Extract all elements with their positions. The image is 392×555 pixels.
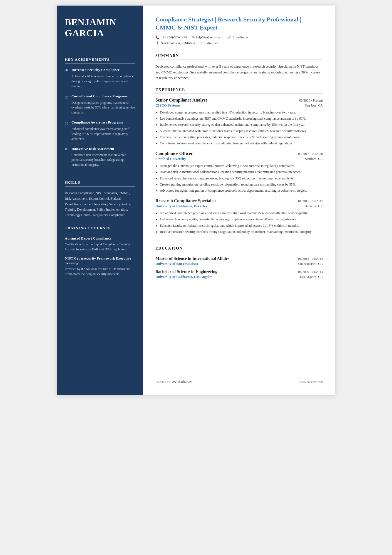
achievement-header-2: ◎ Cost-efficient Compliance Programs: [65, 94, 135, 99]
phone-contact: 📞 +1-(234)-555-1234: [155, 35, 187, 40]
job-1-location: San Jose, CA: [305, 103, 323, 108]
linkedin-text: linkedin.com: [233, 35, 250, 40]
achievement-item-4: ♥ Innovative Risk Assessment Conducted r…: [65, 147, 135, 167]
email-text: help@enhancv.com: [196, 35, 222, 40]
training-item-2: NIST Cybersecurity Framework Executive T…: [65, 256, 135, 277]
job-2: Compliance Officer 03/2017 - 05/2020 Sta…: [155, 151, 323, 198]
job-3-bullet-4: Resolved research security conflicts thr…: [160, 229, 323, 235]
achievement-header-3: ◎ Compliance Awareness Programs: [65, 120, 135, 125]
email-contact: ✉ help@enhancv.com: [192, 35, 222, 40]
training-desc-1: Certification from the Export Compliance…: [65, 242, 135, 252]
achievement-desc-1: Achieved a 40% increase in security comp…: [65, 74, 135, 89]
achievements-section-title: KEY ACHIEVEMENTS: [65, 57, 135, 62]
website-text: www.enhancv.com: [300, 380, 323, 383]
training-section-title: TRAINING / COURSES: [65, 226, 135, 230]
achievement-item-3: ◎ Compliance Awareness Programs Enhanced…: [65, 120, 135, 141]
job-2-bullet-2: Assessed risk in international collabora…: [160, 169, 323, 175]
job-2-bullet-1: Managed the University's export control …: [160, 163, 323, 169]
job-2-company: Stanford University: [155, 157, 186, 161]
training-title-2: NIST Cybersecurity Framework Executive T…: [65, 256, 135, 266]
main-content: Compliance Strategist | Research Securit…: [143, 6, 335, 395]
edu-2-school: University of California, Los Angeles: [155, 275, 212, 279]
edu-1-degree: Master of Science in International Affai…: [155, 256, 229, 261]
edu-2-location: Los Angeles, CA: [300, 275, 323, 279]
achievement-desc-2: Designed compliance programs that reduce…: [65, 100, 135, 115]
edu-1-subrow: University of San Francisco San Francisc…: [155, 262, 323, 266]
heart-icon: ♥: [65, 147, 69, 152]
job-3-bullet-1: Streamlined compliance processes, reduci…: [160, 211, 323, 216]
job-3-location: Berkeley, CA: [305, 204, 323, 208]
brand-name: Enhancv: [178, 379, 192, 384]
edu-1-location: San Francisco, CA: [298, 262, 323, 266]
education-section-title: EDUCATION: [155, 246, 323, 251]
job-1-bullet-5: Oversaw incident reporting processes, re…: [160, 135, 323, 140]
linkedin-contact: 🔗 linkedin.com: [227, 35, 250, 40]
extra-text: Extra Field: [204, 41, 219, 45]
candidate-name: BENJAMINGARCIA: [65, 17, 135, 38]
training-desc-2: Provided by the National Institute of St…: [65, 267, 135, 277]
circle-icon-1: ◎: [65, 95, 69, 99]
training-title-1: Advanced Export Compliance: [65, 236, 135, 241]
education-divider: [155, 252, 323, 252]
training-divider: [65, 232, 135, 232]
job-1-company: CISCO Systems: [155, 103, 180, 108]
extra-contact: ☆ Extra Field: [200, 41, 219, 45]
contact-row-2: 📍 San Francisco, California ☆ Extra Fiel…: [155, 41, 323, 45]
job-3-subrow: University of California, Berkeley Berke…: [155, 204, 323, 208]
job-2-subrow: Stanford University Stanford, CA: [155, 157, 323, 161]
job-2-bullets: Managed the University's export control …: [160, 163, 323, 193]
achievement-desc-4: Conducted risk assessments that prevente…: [65, 153, 135, 167]
skills-text: Research Compliance, NIST Standards, CMM…: [65, 191, 135, 218]
job-1-header: Senior Compliance Analyst 06/2020 - Pres…: [155, 98, 323, 103]
footer: Powered by Enhancv www.enhancv.com: [155, 371, 323, 384]
flag-icon: ⚑: [65, 68, 69, 73]
achievements-divider: [65, 63, 135, 64]
powered-by-text: Powered by: [155, 380, 170, 383]
achievement-header-1: ⚑ Increased Security Compliance: [65, 68, 135, 73]
achievement-title-4: Innovative Risk Assessment: [71, 147, 114, 151]
job-1-bullet-2: Led comprehensive trainings on NIST and …: [160, 116, 323, 121]
job-2-header: Compliance Officer 03/2017 - 05/2020: [155, 151, 323, 156]
contact-row: 📞 +1-(234)-555-1234 ✉ help@enhancv.com 🔗…: [155, 35, 323, 40]
experience-section-title: EXPERIENCE: [155, 88, 323, 92]
job-2-title: Compliance Officer: [155, 151, 193, 156]
job-2-date: 03/2017 - 05/2020: [298, 152, 323, 156]
experience-divider: [155, 93, 323, 94]
achievement-title-2: Cost-efficient Compliance Programs: [71, 94, 128, 99]
edu-2-degree: Bachelor of Science in Engineering: [155, 269, 217, 274]
circle-icon-2: ◎: [65, 121, 69, 125]
star-icon: ☆: [200, 41, 203, 45]
job-3-date: 01/2015 - 02/2017: [298, 199, 323, 203]
job-3-bullets: Streamlined compliance processes, reduci…: [160, 211, 323, 235]
edu-1-header: Master of Science in International Affai…: [155, 256, 323, 261]
edu-1-date: 01/2013 - 01/2014: [298, 257, 323, 261]
phone-icon: 📞: [155, 35, 160, 40]
job-3-company: University of California, Berkeley: [155, 204, 208, 208]
location-icon: 📍: [155, 41, 160, 45]
achievement-desc-3: Enhanced compliance awareness among staf…: [65, 127, 135, 141]
resume-container: BENJAMINGARCIA KEY ACHIEVEMENTS ⚑ Increa…: [57, 6, 335, 395]
footer-right: www.enhancv.com: [300, 380, 323, 383]
location-contact: 📍 San Francisco, California: [155, 41, 195, 45]
job-2-bullet-5: Advocated for tighter integration of com…: [160, 188, 323, 193]
footer-left: Powered by Enhancv: [155, 379, 192, 384]
job-1: Senior Compliance Analyst 06/2020 - Pres…: [155, 98, 323, 151]
job-2-location: Stanford, CA: [305, 157, 323, 161]
job-3: Research Compliance Specialist 01/2015 -…: [155, 198, 323, 240]
edu-2-date: 01/2009 - 01/2013: [298, 270, 323, 274]
link-icon: 🔗: [227, 35, 231, 40]
summary-section-title: SUMMARY: [155, 54, 323, 58]
edu-2-header: Bachelor of Science in Engineering 01/20…: [155, 269, 323, 274]
job-3-title: Research Compliance Specialist: [155, 198, 216, 203]
training-list: Advanced Export Compliance Certification…: [65, 236, 135, 281]
edu-2: Bachelor of Science in Engineering 01/20…: [155, 269, 323, 282]
job-2-bullet-4: Created training modules on handling sen…: [160, 182, 323, 187]
achievements-list: ⚑ Increased Security Compliance Achieved…: [65, 68, 135, 172]
job-1-bullet-4: Successfully collaborated with cross-fun…: [160, 129, 323, 134]
job-3-bullet-2: Led research security audits, consistent…: [160, 217, 323, 222]
sidebar: BENJAMINGARCIA KEY ACHIEVEMENTS ⚑ Increa…: [57, 6, 143, 395]
training-item-1: Advanced Export Compliance Certification…: [65, 236, 135, 252]
job-1-date: 06/2020 - Present: [299, 98, 323, 103]
job-headline: Compliance Strategist | Research Securit…: [155, 16, 323, 31]
job-3-header: Research Compliance Specialist 01/2015 -…: [155, 198, 323, 203]
